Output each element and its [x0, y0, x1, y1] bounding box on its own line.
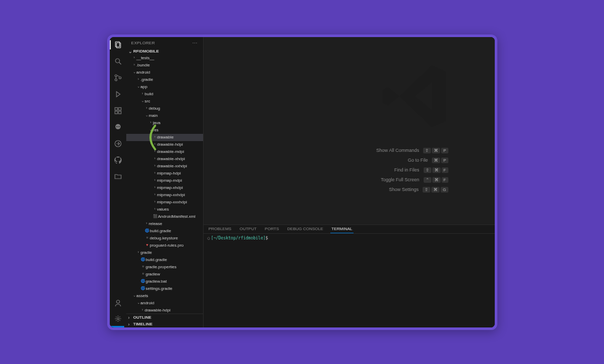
timeline-panel[interactable]: TIMELINE — [126, 321, 203, 327]
tree-item[interactable]: ›mipmap-hdpi — [126, 170, 203, 177]
tree-item[interactable]: ›.gradle — [126, 76, 203, 83]
key: G — [441, 187, 448, 193]
tree-item[interactable]: ›mipmap-xhdpi — [126, 184, 203, 192]
key: F — [442, 177, 448, 183]
tree-item[interactable]: ›drawable-xhdpi — [126, 155, 203, 163]
terminal-tab[interactable]: PROBLEMS — [208, 225, 232, 233]
file-icon: ⬛ — [153, 214, 158, 219]
tree-item[interactable]: 🌀build.gradle — [126, 256, 203, 264]
tree-item[interactable]: ›values — [126, 206, 203, 213]
tree-item-label: values — [157, 206, 201, 213]
terminal-body[interactable]: ○[~/Desktop/rfidmobile]$ — [204, 234, 495, 327]
tree-item[interactable]: 🌀settings.gradle — [126, 285, 203, 292]
command-row: Toggle Full Screen⌃⌘F — [376, 177, 448, 183]
tree-item[interactable]: ›drawable — [126, 134, 203, 141]
tree-item[interactable]: ›.bundle — [126, 62, 203, 69]
tree-item-label: gradle — [141, 250, 201, 256]
command-shortcut: ⇧⌘F — [424, 167, 448, 173]
command-row: Show All Commands⇧⌘P — [376, 148, 448, 153]
tree-item-label: mipmap-xhdpi — [157, 185, 201, 191]
command-shortcut: ⇧⌘G — [423, 187, 448, 193]
command-label: Find in Files — [394, 167, 420, 172]
chevron-icon: › — [153, 178, 157, 183]
vscode-logo-icon — [376, 58, 454, 135]
tree-item[interactable]: ›build — [126, 91, 203, 98]
tree-item[interactable]: ›drawable-mdpi — [126, 148, 203, 155]
explorer-title: EXPLORER — [131, 41, 155, 45]
terminal-tab[interactable]: OUTPUT — [239, 225, 258, 233]
tree-item[interactable]: ›debug — [126, 105, 203, 112]
tree-item-label: src — [145, 98, 201, 105]
file-icon: 🌀 — [145, 228, 150, 234]
run-icon[interactable] — [113, 90, 123, 99]
tree-item[interactable]: ›mipmap-xxhdpi — [126, 192, 203, 199]
tree-item[interactable]: ⬛AndroidManifest.xml — [126, 213, 203, 220]
tree-item[interactable]: ⌄app — [126, 83, 203, 91]
tree-item[interactable]: ⌄res — [126, 127, 203, 134]
tree-item[interactable]: ›java — [126, 119, 203, 127]
command-shortcut: ⌃⌘F — [424, 177, 448, 183]
source-control-icon[interactable] — [113, 73, 123, 82]
tree-item[interactable]: ⌄assets — [126, 292, 203, 300]
tree-item[interactable]: ♥proguard-rules.pro — [126, 242, 203, 249]
command-label: Toggle Full Screen — [381, 177, 420, 182]
tree-item[interactable]: ⌄android — [126, 300, 203, 307]
tree-item-label: drawable — [157, 134, 201, 141]
chevron-icon: ⌄ — [145, 113, 149, 118]
tree-item[interactable]: ⌄main — [126, 112, 203, 119]
status-bar-strip — [110, 326, 124, 327]
tree-item-label: android — [137, 70, 201, 76]
live-share-icon[interactable] — [113, 139, 123, 148]
chevron-icon: › — [149, 120, 153, 126]
search-icon[interactable] — [113, 57, 123, 66]
svg-point-2 — [115, 59, 120, 63]
tree-item[interactable]: ≡debug.keystore — [126, 235, 203, 242]
account-icon[interactable] — [113, 299, 123, 308]
tree-item-label: android — [141, 300, 201, 306]
svg-point-12 — [116, 300, 120, 303]
tree-item[interactable]: ›mipmap-xxxhdpi — [126, 199, 203, 206]
welcome-commands: Show All Commands⇧⌘PGo to File⌘PFind in … — [376, 148, 448, 193]
more-icon[interactable]: ⋯ — [192, 40, 197, 46]
chevron-icon: › — [145, 106, 149, 111]
command-label: Go to File — [408, 158, 428, 163]
svg-point-6 — [119, 77, 121, 79]
tree-item[interactable]: ›mipmap-mdpi — [126, 177, 203, 184]
files-icon[interactable] — [113, 40, 123, 49]
terminal-tab[interactable]: PORTS — [264, 225, 280, 233]
tree-item-label: debug — [149, 106, 201, 112]
tree-item[interactable]: ⌄src — [126, 98, 203, 105]
copilot-icon[interactable] — [113, 123, 123, 132]
command-shortcut: ⇧⌘P — [423, 148, 448, 153]
terminal-tab[interactable]: TERMINAL — [330, 225, 353, 233]
tree-item-label: build.gradle — [146, 257, 201, 263]
tree-item[interactable]: ›__tests__ — [126, 55, 203, 62]
file-icon: ≡ — [145, 235, 150, 241]
command-row: Go to File⌘P — [376, 158, 448, 163]
tree-item[interactable]: ›gradle — [126, 249, 203, 256]
tree-item[interactable]: ≡gradle.properties — [126, 264, 203, 271]
tree-item-label: __tests__ — [137, 55, 201, 61]
svg-point-5 — [115, 79, 117, 81]
extensions-icon[interactable] — [113, 106, 123, 115]
tree-item[interactable]: ›drawable-xxhdpi — [126, 163, 203, 170]
gear-icon[interactable] — [113, 314, 123, 323]
project-root[interactable]: RFIDMOBILE — [126, 48, 203, 55]
tree-item[interactable]: 🌀gradlew.bat — [126, 278, 203, 285]
chevron-icon: ⌄ — [141, 98, 145, 104]
chevron-icon: › — [153, 199, 157, 205]
tree-item[interactable]: ›drawable-hdpi — [126, 141, 203, 148]
main-area: Show All Commands⇧⌘PGo to File⌘PFind in … — [204, 37, 495, 327]
outline-panel[interactable]: OUTLINE — [126, 314, 203, 321]
tree-item[interactable]: 🌀build.gradle — [126, 228, 203, 235]
tree-item[interactable]: ⌄android — [126, 69, 203, 76]
github-icon[interactable] — [113, 155, 123, 165]
sidebar-bottom-panels: OUTLINE TIMELINE — [126, 314, 203, 327]
tree-item[interactable]: ›drawable-hdpi — [126, 307, 203, 314]
chevron-icon: ⌄ — [137, 84, 141, 90]
file-tree[interactable]: ›__tests__›.bundle⌄android›.gradle⌄app›b… — [126, 55, 203, 314]
folder-icon[interactable] — [113, 172, 123, 181]
terminal-tab[interactable]: DEBUG CONSOLE — [286, 225, 324, 233]
tree-item[interactable]: ›release — [126, 220, 203, 228]
tree-item[interactable]: ≡gradlew — [126, 271, 203, 278]
